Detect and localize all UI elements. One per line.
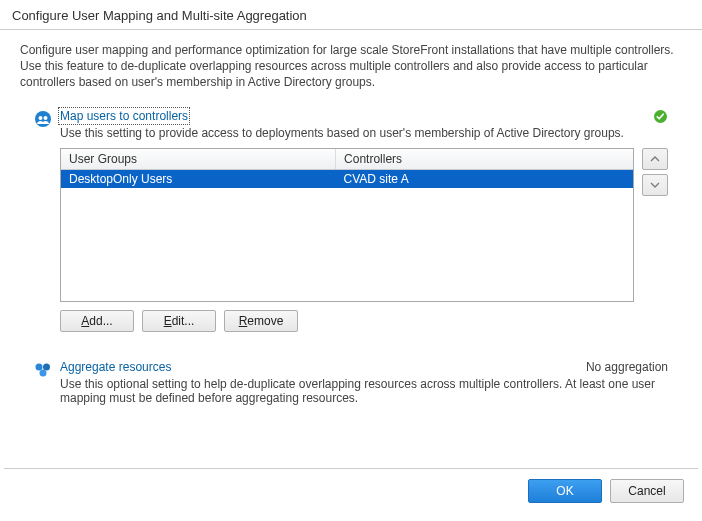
aggregate-panel: Aggregate resources Use this optional se…	[20, 360, 682, 419]
svg-point-5	[43, 363, 50, 370]
mapping-buttons: Add... Edit... Remove	[34, 310, 668, 332]
edit-button[interactable]: Edit...	[142, 310, 216, 332]
dialog: Configure User Mapping and Multi-site Ag…	[0, 0, 702, 521]
svg-point-0	[35, 111, 51, 127]
add-button[interactable]: Add...	[60, 310, 134, 332]
svg-point-1	[39, 116, 43, 120]
map-users-panel: Map users to controllers Use this settin…	[20, 109, 682, 346]
ok-button[interactable]: OK	[528, 479, 602, 503]
svg-point-2	[44, 116, 48, 120]
move-up-button[interactable]	[642, 148, 668, 170]
dialog-footer: OK Cancel	[0, 469, 702, 521]
success-icon	[653, 109, 668, 124]
chevron-up-icon	[650, 155, 660, 163]
svg-point-6	[40, 369, 47, 376]
dialog-content: Configure user mapping and performance o…	[0, 30, 702, 468]
map-users-header: Map users to controllers Use this settin…	[34, 109, 668, 140]
map-users-desc: Use this setting to provide access to de…	[60, 126, 668, 140]
cell-controllers: CVAD site A	[336, 169, 633, 188]
aggregate-header: Aggregate resources Use this optional se…	[34, 360, 668, 405]
aggregate-icon	[34, 361, 52, 379]
aggregate-desc: Use this optional setting to help de-dup…	[60, 377, 668, 405]
aggregate-body: Aggregate resources Use this optional se…	[60, 360, 668, 405]
svg-point-4	[36, 363, 43, 370]
chevron-down-icon	[650, 181, 660, 189]
intro-text: Configure user mapping and performance o…	[20, 42, 682, 91]
aggregate-status: No aggregation	[586, 360, 668, 374]
dialog-title: Configure User Mapping and Multi-site Ag…	[0, 0, 702, 29]
aggregate-link[interactable]: Aggregate resources	[60, 360, 171, 374]
mapping-area: User Groups Controllers DesktopOnly User…	[34, 148, 668, 302]
reorder-buttons	[642, 148, 668, 196]
map-users-link[interactable]: Map users to controllers	[60, 109, 188, 123]
cell-user-groups: DesktopOnly Users	[61, 169, 336, 188]
remove-button[interactable]: Remove	[224, 310, 298, 332]
col-user-groups[interactable]: User Groups	[61, 149, 336, 170]
table-header-row: User Groups Controllers	[61, 149, 633, 170]
mappings-table[interactable]: User Groups Controllers DesktopOnly User…	[60, 148, 634, 302]
map-users-body: Map users to controllers Use this settin…	[60, 109, 668, 140]
col-controllers[interactable]: Controllers	[336, 149, 633, 170]
users-icon	[34, 110, 52, 128]
cancel-button[interactable]: Cancel	[610, 479, 684, 503]
move-down-button[interactable]	[642, 174, 668, 196]
table-row[interactable]: DesktopOnly Users CVAD site A	[61, 169, 633, 188]
